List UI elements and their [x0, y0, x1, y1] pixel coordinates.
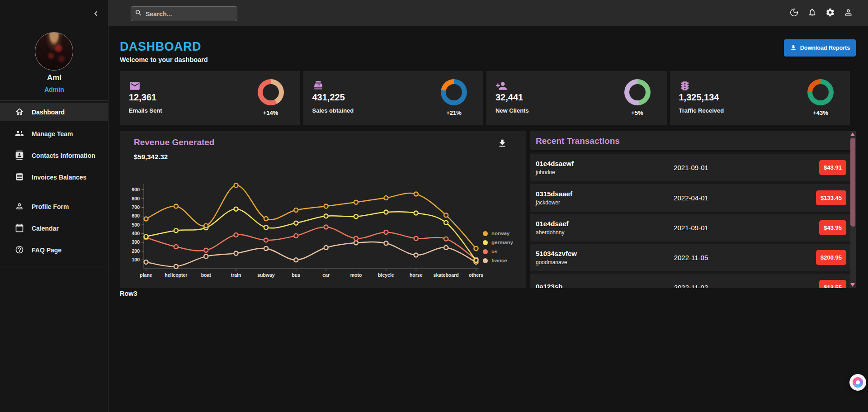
sidebar-collapse-button[interactable]: [89, 7, 103, 22]
legend-dot: [483, 249, 488, 254]
chart-point-germany: [174, 228, 178, 232]
dark-mode-button[interactable]: [786, 5, 802, 21]
transaction-id: 0a123sb: [536, 283, 639, 288]
traffic-icon: [679, 80, 691, 94]
chart-point-france: [384, 241, 388, 245]
person-icon: [15, 202, 24, 212]
y-axis-tick-label: 700: [132, 204, 140, 210]
row3-label: Row3: [120, 290, 137, 297]
chart-point-norway: [144, 217, 148, 221]
stat-card-emails-sent: 12,361 Emails Sent +14%: [120, 71, 300, 125]
transactions-title: Recent Transactions: [536, 136, 620, 146]
stat-change: +21%: [441, 109, 467, 116]
dashboard-page: Aml Admin Dashboard Manage Team Contact: [0, 0, 868, 412]
profile-button[interactable]: [840, 5, 856, 21]
legend-dot: [483, 240, 488, 245]
chart-point-france: [204, 254, 208, 258]
y-axis-tick-label: 800: [132, 196, 140, 201]
user-avatar[interactable]: [35, 32, 73, 71]
calendar-icon: [15, 223, 24, 234]
stat-change: +5%: [624, 109, 651, 116]
sidebar-divider: [0, 192, 108, 192]
topbar-icons: [786, 5, 856, 21]
contacts-icon: [15, 151, 24, 161]
download-chart-button[interactable]: [497, 138, 507, 150]
transaction-date: 2021-09-01: [639, 164, 743, 171]
search-box[interactable]: [131, 6, 237, 21]
sidebar-item-label: Dashboard: [32, 109, 65, 116]
chart-point-germany: [384, 210, 388, 214]
legend-item-germany[interactable]: germany: [483, 238, 513, 247]
user-name: Aml: [0, 73, 108, 82]
x-axis-tick-label: boat: [201, 272, 212, 278]
transaction-row: 0315dsaaef jackdower 2022-04-01 $133.45: [530, 184, 850, 212]
transaction-date: 2021-09-01: [639, 224, 743, 232]
chart-line-norway: [146, 185, 476, 249]
transaction-date: 2022-11-02: [639, 284, 743, 288]
transaction-id: 51034szvfew: [536, 250, 639, 257]
assistant-logo-icon: [853, 377, 863, 388]
sidebar-item-manage-team[interactable]: Manage Team: [0, 125, 108, 143]
profile-icon: [844, 8, 853, 19]
transaction-amount-badge: $43.91: [819, 160, 846, 175]
stat-label: Sales obtained: [312, 107, 354, 114]
chart-point-norway: [444, 213, 448, 217]
chevron-left-icon: [91, 9, 100, 20]
x-axis-tick-label: bus: [292, 272, 300, 278]
download-reports-button[interactable]: Download Reports: [784, 39, 856, 57]
chart-point-norway: [324, 204, 328, 208]
sidebar-item-contacts[interactable]: Contacts Information: [0, 147, 108, 165]
chart-point-norway: [204, 224, 208, 228]
revenue-line-chart: 100200300400500600700800900planehelicopt…: [130, 174, 487, 279]
receipt-icon: [15, 172, 24, 183]
sidebar-item-faq[interactable]: FAQ Page: [0, 241, 108, 259]
transaction-row: 0a123sb 2022-11-02 $13.55: [530, 274, 850, 288]
scrollbar-up-arrow[interactable]: [850, 133, 855, 136]
x-axis-tick-label: horse: [410, 272, 423, 278]
x-axis-tick-label: others: [469, 272, 483, 278]
chart-line-france: [146, 242, 476, 266]
legend-item-norway[interactable]: norway: [483, 229, 513, 238]
chart-point-germany: [414, 211, 418, 215]
sidebar-item-calendar[interactable]: Calendar: [0, 219, 108, 237]
chart-point-us: [444, 237, 448, 241]
transaction-amount-badge: $200.95: [816, 250, 846, 265]
sidebar-item-invoices[interactable]: Invoices Balances: [0, 168, 108, 186]
chart-point-germany: [144, 235, 148, 239]
recent-transactions-panel: Recent Transactions 01e4dsaewf johndoe 2…: [530, 131, 856, 288]
progress-circle: [258, 79, 284, 105]
chart-point-norway: [354, 200, 358, 204]
legend-item-us[interactable]: us: [483, 247, 513, 256]
transaction-user: goodmanave: [536, 259, 639, 265]
y-axis-tick-label: 200: [132, 248, 140, 254]
transaction-user: aberdohnny: [536, 229, 639, 236]
search-icon[interactable]: [135, 9, 142, 19]
page-title: DASHBOARD: [120, 40, 201, 54]
scrollbar-thumb[interactable]: [850, 138, 855, 227]
search-input[interactable]: [146, 10, 234, 18]
y-axis-tick-label: 600: [132, 213, 140, 218]
chart-point-france: [414, 253, 418, 257]
revenue-panel: Revenue Generated $59,342.32 10020030040…: [120, 131, 526, 288]
chart-point-norway: [474, 246, 478, 251]
legend-item-france[interactable]: france: [483, 256, 513, 265]
sidebar-item-profile-form[interactable]: Profile Form: [0, 198, 108, 216]
download-icon: [790, 44, 797, 52]
sidebar-item-label: FAQ Page: [32, 246, 61, 254]
progress-circle-hole: [629, 84, 646, 100]
point-of-sale-icon: [312, 80, 324, 94]
chart-point-germany: [354, 214, 358, 218]
chart-point-france: [234, 251, 238, 256]
transaction-row: 01e4dsaef aberdohnny 2021-09-01 $43.95: [530, 214, 850, 242]
chart-point-us: [324, 225, 328, 229]
notifications-button[interactable]: [804, 5, 820, 21]
settings-button[interactable]: [822, 5, 838, 21]
chart-point-germany: [234, 207, 238, 211]
transaction-date: 2022-11-05: [639, 254, 743, 261]
sidebar: Aml Admin Dashboard Manage Team Contact: [0, 0, 108, 412]
sidebar-item-dashboard[interactable]: Dashboard: [0, 103, 108, 121]
person-add-icon: [495, 80, 507, 94]
chart-point-france: [444, 246, 448, 250]
scrollbar-down-arrow[interactable]: [850, 283, 855, 287]
floating-assistant-button[interactable]: [849, 374, 866, 391]
